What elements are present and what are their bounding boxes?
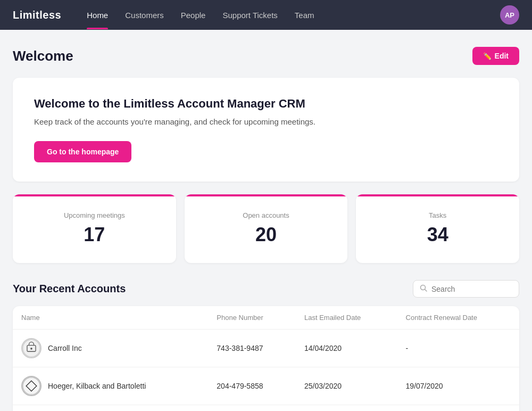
account-name: Hoeger, Kilback and Bartoletti (48, 382, 146, 390)
page-title: Welcome (13, 48, 73, 64)
stat-value-open-accounts: 20 (197, 224, 335, 246)
svg-point-5 (23, 377, 40, 394)
col-header-name: Name (13, 306, 208, 330)
table-row[interactable]: Carroll Inc 743-381-9487 14/04/2020 - (13, 330, 519, 367)
avatar (21, 338, 41, 358)
stat-value-upcoming-meetings: 17 (26, 224, 163, 246)
user-avatar[interactable]: AP (500, 5, 519, 24)
contract-renewal-date: - (397, 330, 519, 367)
welcome-card: Welcome to the Limitless Account Manager… (13, 78, 519, 182)
recent-accounts-title: Your Recent Accounts (13, 283, 126, 295)
stat-label-open-accounts: Open accounts (197, 211, 335, 219)
phone-number: 743-381-9487 (208, 330, 296, 367)
svg-line-1 (425, 290, 427, 292)
avatar (21, 376, 41, 396)
stat-value-tasks: 34 (369, 224, 506, 246)
stat-label-tasks: Tasks (369, 211, 506, 219)
last-emailed-date: 27/03/2020 (296, 405, 397, 412)
nav-link-team[interactable]: Team (295, 1, 314, 29)
col-header-contract-renewal: Contract Renewal Date (397, 306, 519, 330)
accounts-table-container: Name Phone Number Last Emailed Date Cont… (13, 306, 519, 411)
welcome-card-description: Keep track of the accounts you're managi… (34, 117, 498, 126)
table-row[interactable]: IJGC Schmeler-Lebsack 982-220-5356 27/03… (13, 405, 519, 412)
page-content: Welcome ✏️ Edit Welcome to the Limitless… (0, 30, 532, 411)
account-name-cell: Hoeger, Kilback and Bartoletti (21, 376, 200, 396)
stat-card-upcoming-meetings: Upcoming meetings 17 (13, 194, 176, 263)
table-header: Name Phone Number Last Emailed Date Cont… (13, 306, 519, 330)
nav-link-people[interactable]: People (181, 1, 206, 29)
nav-link-customers[interactable]: Customers (125, 1, 164, 29)
stat-label-upcoming-meetings: Upcoming meetings (26, 211, 163, 219)
svg-point-4 (30, 348, 32, 350)
col-header-phone: Phone Number (208, 306, 296, 330)
last-emailed-date: 25/03/2020 (296, 367, 397, 405)
stats-row: Upcoming meetings 17 Open accounts 20 Ta… (13, 194, 519, 263)
account-name-cell: Carroll Inc (21, 338, 200, 358)
stat-card-tasks: Tasks 34 (356, 194, 519, 263)
brand-logo[interactable]: Limitless (13, 9, 61, 21)
page-header: Welcome ✏️ Edit (13, 47, 519, 65)
edit-label: Edit (495, 52, 509, 60)
table-row[interactable]: Hoeger, Kilback and Bartoletti 204-479-5… (13, 367, 519, 405)
search-icon (420, 284, 427, 293)
nav-link-home[interactable]: Home (87, 1, 108, 29)
contract-renewal-date: 11/08/2020 (397, 405, 519, 412)
navigation: Limitless Home Customers People Support … (0, 0, 532, 30)
nav-link-support-tickets[interactable]: Support Tickets (222, 1, 277, 29)
contract-renewal-date: 19/07/2020 (397, 367, 519, 405)
accounts-table: Name Phone Number Last Emailed Date Cont… (13, 306, 519, 411)
stat-card-open-accounts: Open accounts 20 (185, 194, 348, 263)
edit-button[interactable]: ✏️ Edit (472, 47, 519, 65)
nav-links: Home Customers People Support Tickets Te… (87, 1, 500, 29)
phone-number: 204-479-5858 (208, 367, 296, 405)
last-emailed-date: 14/04/2020 (296, 330, 397, 367)
search-input[interactable] (431, 285, 512, 293)
search-box[interactable] (413, 280, 519, 298)
account-name: Carroll Inc (48, 344, 82, 352)
phone-number: 982-220-5356 (208, 405, 296, 412)
recent-accounts-header: Your Recent Accounts (13, 280, 519, 298)
table-body: Carroll Inc 743-381-9487 14/04/2020 - (13, 330, 519, 412)
homepage-button[interactable]: Go to the homepage (34, 141, 131, 162)
welcome-card-title: Welcome to the Limitless Account Manager… (34, 97, 498, 111)
pencil-icon: ✏️ (483, 52, 492, 60)
col-header-last-emailed: Last Emailed Date (296, 306, 397, 330)
